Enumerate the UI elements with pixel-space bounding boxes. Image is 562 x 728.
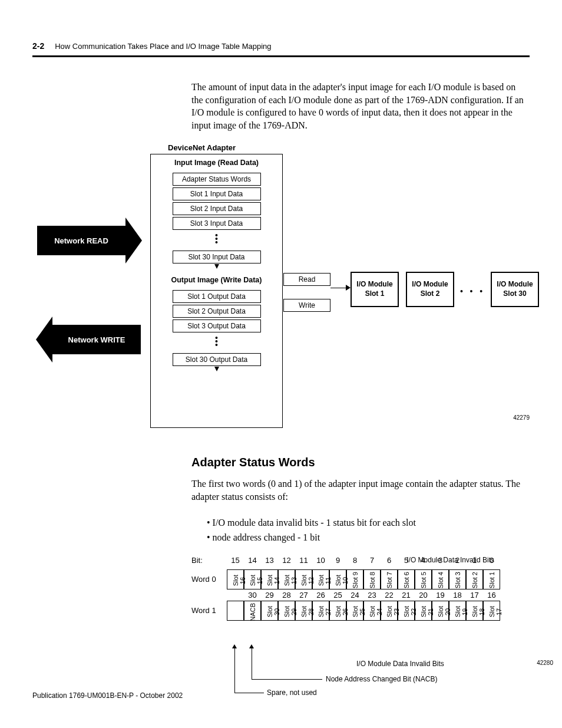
bit-label: 24 bbox=[346, 591, 363, 599]
bit-label: 29 bbox=[261, 591, 278, 599]
network-write-label: Network WRITE bbox=[68, 335, 125, 344]
io-module-slot-label: Slot 30 bbox=[503, 289, 526, 298]
io-module-label: I/O Module bbox=[497, 280, 533, 288]
word1-label: Word 1 bbox=[191, 606, 227, 615]
io-module-slot-label: Slot 2 bbox=[421, 289, 440, 298]
bit-label: 15 bbox=[227, 556, 244, 565]
io-module-slot-label: Slot 1 bbox=[365, 289, 385, 298]
arrow-down-icon bbox=[214, 264, 219, 269]
input-image-title: Input Image (Read Data) bbox=[151, 154, 282, 171]
bullet-1: I/O module data invalid bits - 1 status … bbox=[213, 518, 416, 528]
input-row-last: Slot 30 Input Data bbox=[173, 251, 261, 263]
bit-label: 23 bbox=[363, 591, 381, 599]
io-module-slot-30: I/O ModuleSlot 30 bbox=[491, 272, 539, 307]
adapter-diagram: DeviceNet Adapter Input Image (Read Data… bbox=[32, 143, 530, 438]
slot-cell: Slot 8 bbox=[363, 569, 381, 589]
bit-label: 17 bbox=[466, 591, 483, 599]
bit-label: 7 bbox=[363, 556, 381, 565]
bit-label: 12 bbox=[278, 556, 295, 565]
arrow-down-icon bbox=[214, 367, 219, 371]
bit-row-label: Bit: bbox=[191, 556, 227, 565]
slot-cell: Slot 19 bbox=[449, 601, 466, 621]
slot-cell: Slot 16 bbox=[227, 569, 244, 589]
network-read-label: Network READ bbox=[54, 236, 108, 245]
slot-cell: Slot 3 bbox=[449, 569, 466, 589]
output-row-2: Slot 3 Output Data bbox=[173, 319, 261, 332]
status-words-diagram: I/O Module Data Invalid Bits Bit: 151413… bbox=[191, 556, 530, 668]
read-label: Read bbox=[283, 273, 330, 286]
slot-cell: Slot 1 bbox=[483, 569, 500, 589]
figure-id-2: 42280 bbox=[537, 660, 553, 666]
network-write-arrow: Network WRITE bbox=[52, 325, 141, 354]
devicenet-adapter-label: DeviceNet Adapter bbox=[168, 143, 236, 152]
bit-label: 11 bbox=[295, 556, 312, 565]
bit-label: 16 bbox=[483, 591, 500, 599]
io-module-slot-1: I/O ModuleSlot 1 bbox=[351, 272, 399, 307]
slot-cell: Slot 27 bbox=[312, 601, 329, 621]
slot-cell: Slot 15 bbox=[244, 569, 261, 589]
bit-label: 9 bbox=[329, 556, 346, 565]
slot-cell: Slot 23 bbox=[381, 601, 398, 621]
slot-cell: Slot 6 bbox=[398, 569, 415, 589]
network-read-arrow: Network READ bbox=[37, 226, 125, 255]
bullet-list: • I/O module data invalid bits - 1 statu… bbox=[207, 515, 530, 545]
input-row-3: Slot 3 Input Data bbox=[173, 217, 261, 230]
bit-label: 13 bbox=[261, 556, 278, 565]
input-row-last-label: Slot 30 Input Data bbox=[188, 253, 244, 261]
io-module-label: I/O Module bbox=[412, 280, 448, 288]
arrow-up-icon bbox=[249, 644, 254, 648]
body-paragraph-2: The first two words (0 and 1) of the ada… bbox=[191, 477, 524, 503]
io-module-label: I/O Module bbox=[356, 280, 392, 288]
word0-label: Word 0 bbox=[191, 575, 227, 584]
slot-cell: Slot 24 bbox=[363, 601, 381, 621]
slot-cell: Slot 11 bbox=[312, 569, 329, 589]
slot-cell: Slot 21 bbox=[415, 601, 432, 621]
bit-label: 8 bbox=[346, 556, 363, 565]
slot-cell: NACB bbox=[244, 601, 261, 621]
bit-label: 27 bbox=[295, 591, 312, 599]
slot-cell: Slot 17 bbox=[483, 601, 500, 621]
dots-icon: ••• bbox=[151, 334, 282, 348]
slot-cell: Slot 26 bbox=[329, 601, 346, 621]
slot-cell: Slot 12 bbox=[295, 569, 312, 589]
bit-label: 22 bbox=[381, 591, 398, 599]
slot-cell: Slot 22 bbox=[398, 601, 415, 621]
spare-callout: Spare, not used bbox=[267, 689, 317, 697]
input-row-0: Adapter Status Words bbox=[173, 173, 261, 186]
section-heading-adapter-status: Adapter Status Words bbox=[191, 456, 530, 469]
arrow-up-icon bbox=[232, 644, 237, 648]
slot-cell: Slot 25 bbox=[346, 601, 363, 621]
nacb-callout: Node Address Changed Bit (NACB) bbox=[326, 675, 437, 683]
slot-cell: Slot 13 bbox=[278, 569, 295, 589]
bit-label: 14 bbox=[244, 556, 261, 565]
input-row-1: Slot 1 Input Data bbox=[173, 187, 261, 200]
dots-icon: • • • bbox=[460, 286, 482, 296]
figure-id-1: 42279 bbox=[513, 414, 530, 421]
slot-cell: Slot 30 bbox=[261, 601, 278, 621]
io-module-slot-2: I/O ModuleSlot 2 bbox=[406, 272, 454, 307]
slot-cell: Slot 5 bbox=[415, 569, 432, 589]
bit-label: 30 bbox=[244, 591, 261, 599]
bit-label: 20 bbox=[415, 591, 432, 599]
page-number: 2-2 bbox=[32, 41, 44, 51]
bullet-2: node address changed - 1 bit bbox=[213, 532, 320, 542]
bit-label: 25 bbox=[329, 591, 346, 599]
invalid-bits-bottom-label: I/O Module Data Invalid Bits bbox=[356, 660, 444, 668]
output-row-last-label: Slot 30 Output Data bbox=[186, 355, 247, 364]
bit-label: 19 bbox=[432, 591, 449, 599]
output-row-last: Slot 30 Output Data bbox=[173, 353, 261, 366]
output-image-title: Output Image (Write Data) bbox=[151, 272, 282, 288]
write-label: Write bbox=[283, 299, 330, 312]
bit-label: 21 bbox=[398, 591, 415, 599]
output-row-1: Slot 2 Output Data bbox=[173, 305, 261, 318]
slot-cell: Slot 2 bbox=[466, 569, 483, 589]
bit-label: 6 bbox=[381, 556, 398, 565]
bit-label: 26 bbox=[312, 591, 329, 599]
slot-cell: Slot 9 bbox=[346, 569, 363, 589]
slot-cell: Slot 18 bbox=[466, 601, 483, 621]
bit-label: 10 bbox=[312, 556, 329, 565]
slot-cell: Slot 10 bbox=[329, 569, 346, 589]
read-write-box: Read Write bbox=[283, 273, 330, 312]
invalid-bits-top-label: I/O Module Data Invalid Bits bbox=[406, 556, 494, 564]
input-row-2: Slot 2 Input Data bbox=[173, 202, 261, 215]
